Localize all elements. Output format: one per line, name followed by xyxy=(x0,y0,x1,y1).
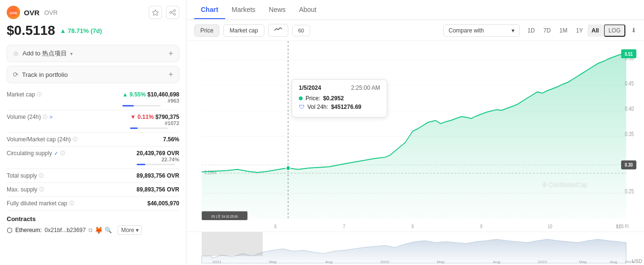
market-cap-info-icon[interactable]: ⓘ xyxy=(37,91,42,98)
max-supply-value: 89,893,756 OVR xyxy=(137,186,179,193)
tooltip-price-value: $0.2952 xyxy=(323,95,344,102)
volume-value: ▼ 0.11% $790,375 #1072 xyxy=(130,114,179,129)
fully-diluted-value: $46,005,970 xyxy=(147,200,179,207)
coin-logo: OVR xyxy=(7,6,20,19)
watchlist-button[interactable]: ☆ Add to 热点项目 ▾ + xyxy=(7,45,179,62)
svg-line-6 xyxy=(172,11,174,12)
tooltip-date: 1/5/2024 xyxy=(299,85,321,91)
svg-text:9: 9 xyxy=(480,223,482,229)
fully-diluted-label: Fully diluted market cap ⓘ xyxy=(7,200,74,207)
left-panel: OVR OVR OVR $0.5118 ▲ 78.71% (7d) ☆ Add … xyxy=(0,0,186,265)
svg-line-7 xyxy=(172,13,174,14)
svg-text:May: May xyxy=(269,260,277,264)
metamask-icon[interactable]: 🦊 xyxy=(95,226,103,234)
svg-text:0.25: 0.25 xyxy=(625,188,634,194)
tab-bar: Chart Markets News About xyxy=(186,0,644,20)
circ-supply-info-icon[interactable]: ⓘ xyxy=(60,150,65,157)
svg-text:0.35: 0.35 xyxy=(625,131,634,137)
tab-markets[interactable]: Markets xyxy=(225,1,262,19)
svg-text:Aug: Aug xyxy=(610,260,618,264)
add-icon: + xyxy=(169,49,173,58)
price-main: $0.5118 xyxy=(7,23,55,38)
chevron-down-icon: ▾ xyxy=(70,51,73,56)
vol-mcap-info-icon[interactable]: ⓘ xyxy=(73,136,77,143)
total-supply-value: 89,893,756 OVR xyxy=(137,172,179,179)
explorer-icon[interactable]: 🔍 xyxy=(105,227,112,233)
svg-text:May: May xyxy=(579,260,587,264)
log-button[interactable]: LOG xyxy=(604,24,625,37)
volume-market-cap-value: 7.56% xyxy=(163,136,179,143)
max-supply-label: Max. supply ⓘ xyxy=(7,186,44,193)
max-supply-info-icon[interactable]: ⓘ xyxy=(39,186,44,193)
svg-rect-48 xyxy=(202,232,263,256)
download-button[interactable]: ⬇ xyxy=(631,27,636,34)
compare-chevron-icon: ▾ xyxy=(512,27,514,34)
time-7d[interactable]: 7D xyxy=(540,24,555,37)
time-1d[interactable]: 1D xyxy=(524,24,538,37)
svg-marker-2 xyxy=(153,10,159,16)
svg-text:⊕ CoinMarketCap: ⊕ CoinMarketCap xyxy=(542,181,587,189)
share-button[interactable] xyxy=(166,6,179,19)
star-button[interactable] xyxy=(149,6,162,19)
tooltip-price-dot xyxy=(299,96,303,100)
fully-diluted-info-icon[interactable]: ⓘ xyxy=(69,200,74,207)
more-chevron-icon: ▾ xyxy=(136,227,139,233)
usd-label: USD xyxy=(632,259,642,264)
svg-point-4 xyxy=(170,11,172,13)
max-supply-row: Max. supply ⓘ 89,893,756 OVR xyxy=(7,183,179,197)
tooltip-time: 2:25:00 AM xyxy=(351,85,380,91)
circulating-supply-label: Circulating supply ✓ ⓘ xyxy=(7,150,65,157)
market-cap-toggle[interactable]: Market cap xyxy=(223,24,264,37)
tooltip-vol-row: 🛡 Vol 24h: $451276.69 xyxy=(299,104,380,110)
market-cap-value: ▲ 9.55% $10,460,698 #963 xyxy=(122,91,179,106)
price-row: $0.5118 ▲ 78.71% (7d) xyxy=(7,23,179,38)
svg-point-5 xyxy=(174,13,175,15)
chart-area: 0.50 0.45 0.40 0.35 0.30 0.25 0.2864 xyxy=(186,41,644,232)
tab-about[interactable]: About xyxy=(292,1,323,19)
compare-dropdown[interactable]: Compare with ▾ xyxy=(443,24,520,37)
portfolio-button[interactable]: ⟳ Track in portfolio + xyxy=(7,66,179,83)
contract-network: Ethereum: xyxy=(15,227,42,233)
coin-symbol: OVR xyxy=(44,9,58,16)
price-toggle[interactable]: Price xyxy=(194,24,219,37)
contracts-title: Contracts xyxy=(7,215,179,223)
volume-expand[interactable]: > xyxy=(49,114,52,120)
svg-text:Aug: Aug xyxy=(325,260,333,264)
time-1m[interactable]: 1M xyxy=(556,24,571,37)
svg-text:6:05 PI: 6:05 PI xyxy=(616,223,629,229)
time-period-buttons: 1D 7D 1M 1Y All LOG xyxy=(524,24,625,37)
tooltip-price-label: Price: xyxy=(306,95,320,102)
watchlist-label: Add to 热点项目 xyxy=(22,49,67,58)
market-cap-row: Market cap ⓘ ▲ 9.55% $10,460,698 #963 xyxy=(7,88,179,110)
svg-text:0.51: 0.51 xyxy=(625,51,633,57)
time-1y[interactable]: 1Y xyxy=(572,24,587,37)
star-icon: ☆ xyxy=(13,50,19,57)
coin-header: OVR OVR OVR xyxy=(7,6,179,19)
right-panel: Chart Markets News About Price Market ca… xyxy=(186,0,644,265)
contracts-section: Contracts ⬡ Ethereum: 0x21bf...b23697 ⧉ … xyxy=(7,215,179,235)
volume-row: Volume (24h) ⓘ > ▼ 0.11% $790,375 #1072 xyxy=(7,110,179,133)
volume-label: Volume (24h) ⓘ > xyxy=(7,114,53,120)
line-type-button[interactable] xyxy=(268,24,288,37)
verified-icon: ✓ xyxy=(54,150,58,157)
volume-market-cap-label: Volume/Market cap (24h) ⓘ xyxy=(7,136,77,143)
tab-chart[interactable]: Chart xyxy=(194,1,225,19)
svg-text:0.45: 0.45 xyxy=(625,80,634,86)
tab-news[interactable]: News xyxy=(262,1,292,19)
circulating-supply-row: Circulating supply ✓ ⓘ 20,439,769 OVR 22… xyxy=(7,147,179,169)
volume-info-icon[interactable]: ⓘ xyxy=(43,114,47,120)
contract-actions: ⧉ 🦊 🔍 xyxy=(88,226,112,234)
total-supply-row: Total supply ⓘ 89,893,756 OVR xyxy=(7,169,179,183)
ethereum-icon: ⬡ xyxy=(7,226,12,234)
svg-text:2023: 2023 xyxy=(538,260,547,264)
total-supply-info-icon[interactable]: ⓘ xyxy=(39,172,44,179)
more-button[interactable]: More ▾ xyxy=(118,225,142,235)
stats-section: Market cap ⓘ ▲ 9.55% $10,460,698 #963 Vo… xyxy=(7,88,179,211)
time-all[interactable]: All xyxy=(588,24,602,37)
tooltip-price-row: Price: $0.2952 xyxy=(299,95,380,102)
coin-name: OVR xyxy=(24,9,40,17)
candle-button[interactable]: 60 xyxy=(292,25,310,36)
copy-icon[interactable]: ⧉ xyxy=(88,227,93,233)
price-change: ▲ 78.71% (7d) xyxy=(60,27,102,34)
chart-controls: Price Market cap 60 Compare with ▾ 1D 7D… xyxy=(186,20,644,41)
